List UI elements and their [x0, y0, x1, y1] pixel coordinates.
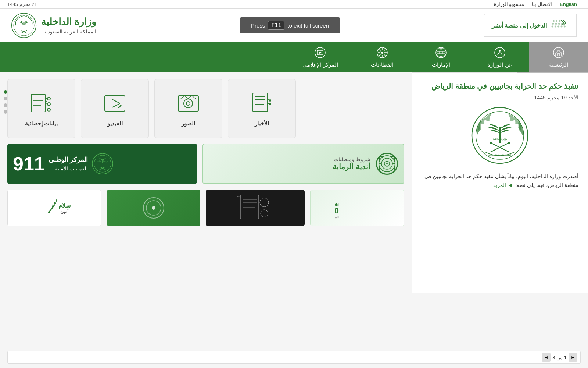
photos-tile-label: الصور — [182, 120, 195, 127]
nav-about-label: عن الوزارة — [487, 61, 512, 68]
svg-line-32 — [379, 54, 381, 56]
ministry-subtitle: المملكة العربية السعودية — [41, 28, 96, 35]
absher-label: الدخول إلى منصة أبشر — [492, 22, 547, 29]
f11-post: to exit full screen — [287, 22, 329, 29]
video-tile[interactable]: الفيديو — [81, 79, 149, 138]
svg-point-1 — [556, 20, 557, 22]
english-link[interactable]: English — [556, 1, 581, 7]
svg-point-17 — [553, 47, 564, 58]
slider-dots — [4, 90, 7, 114]
svg-rect-18 — [557, 54, 560, 56]
ops-subtitle: للعمليات الأمنية — [49, 165, 88, 173]
emirates-icon — [434, 46, 448, 59]
svg-point-11 — [564, 25, 566, 27]
news-panel: تنفيذ حكم حد الحرابة بجانبيين في منطقة ا… — [412, 72, 588, 293]
photos-tile-icon — [176, 90, 201, 116]
video-tile-icon — [102, 90, 128, 116]
svg-rect-41 — [490, 142, 492, 144]
svg-point-98 — [152, 206, 155, 210]
media-tiles-row: الأخبار الصور — [7, 79, 404, 138]
news-date: الأحد 19 محرم 1445 — [421, 95, 578, 100]
svg-point-57 — [184, 99, 193, 108]
nav-media-label: المركز الإعلامي — [302, 61, 338, 68]
svg-point-22 — [437, 48, 445, 57]
absher-icon — [551, 18, 569, 33]
shooting-line2: أندية الرمابة — [333, 162, 370, 171]
svg-point-9 — [557, 25, 559, 27]
svg-point-8 — [555, 25, 556, 27]
svg-point-80 — [94, 155, 111, 172]
nav-media[interactable]: المركز الإعلامي — [288, 42, 353, 72]
svg-point-7 — [552, 25, 553, 27]
svg-point-5 — [558, 23, 560, 25]
svg-point-99 — [48, 211, 50, 213]
svg-marker-35 — [319, 52, 322, 54]
svg-point-2 — [559, 20, 561, 22]
shooting-text: شروط ومتطلبات أندية الرمابة — [333, 156, 370, 171]
photos-tile[interactable]: الصور — [154, 79, 222, 138]
vision2030-icon: VISION 2030 المملكة العربية السعودية — [335, 193, 379, 223]
ops911-content: وزارة الداخلية المركز الوطني للعمليات ال… — [7, 149, 197, 178]
shooting-icon — [376, 153, 398, 175]
svg-point-79 — [92, 153, 113, 174]
f11-notice: Press F11 to exit full screen — [240, 17, 340, 33]
svg-point-21 — [436, 47, 446, 58]
nav-home[interactable]: الرئيسية — [529, 42, 588, 72]
shooting-content: شروط ومتطلبات أندية الرمابة — [209, 153, 398, 175]
svg-point-20 — [499, 50, 501, 52]
ministry-seal-logo — [11, 13, 37, 38]
top-bar: English الاتصال بنا منسوبو الوزارة 21 مح… — [0, 0, 588, 9]
svg-point-10 — [561, 25, 563, 27]
svg-point-4 — [555, 23, 557, 25]
svg-point-52 — [269, 103, 271, 105]
news-body: أصدرت وزارة الداخلية، اليوم، بياناً بشأن… — [421, 172, 578, 190]
banners-row: شروط ومتطلبات أندية الرمابة وزارة الداخل… — [7, 144, 404, 184]
dot-3[interactable] — [4, 103, 7, 107]
vision2030-banner[interactable]: VISION 2030 المملكة العربية السعودية — [310, 190, 404, 226]
green-gradient-banner[interactable] — [107, 190, 200, 226]
dot-2[interactable] — [4, 97, 7, 100]
svg-point-0 — [553, 20, 555, 22]
news-tile[interactable]: الأخبار — [228, 79, 296, 138]
svg-point-67 — [47, 108, 50, 111]
news-content: تنفيذ حكم حد الحرابة بجانبيين في منطقة ا… — [412, 73, 588, 197]
media-icon — [313, 46, 327, 59]
svg-text:وزارة الداخلية: وزارة الداخلية — [492, 138, 507, 141]
logo-area: وزارة الداخلية المملكة العربية السعودية — [11, 13, 96, 38]
svg-point-74 — [386, 163, 388, 164]
stats-tile-label: بيانات إحصائية — [25, 120, 58, 127]
stats-tile[interactable]: بيانات إحصائية — [7, 79, 75, 138]
contact-link[interactable]: الاتصال بنا — [528, 1, 556, 7]
nav-home-label: الرئيسية — [549, 61, 568, 68]
svg-point-58 — [186, 102, 190, 105]
shooting-banner[interactable]: شروط ومتطلبات أندية الرمابة — [202, 144, 405, 184]
dot-4[interactable] — [4, 110, 7, 114]
dot-1[interactable] — [4, 90, 7, 94]
salim-text: سلام أمين — [58, 202, 71, 214]
about-icon — [493, 46, 506, 59]
nav-emirates-label: الإمارات — [432, 61, 451, 68]
news-tile-icon — [249, 90, 275, 116]
absher-button[interactable]: الدخول إلى منصة أبشر — [484, 14, 577, 37]
svg-point-3 — [552, 23, 554, 25]
home-icon — [552, 46, 565, 59]
nav-about[interactable]: عن الوزارة — [470, 42, 529, 72]
logo-text: وزارة الداخلية المملكة العربية السعودية — [41, 16, 96, 35]
svg-rect-59 — [105, 96, 125, 111]
ministry-title: وزارة الداخلية — [41, 16, 96, 28]
ops-text: المركز الوطني للعمليات الأمنية — [49, 155, 88, 173]
ministry-link[interactable]: منسوبو الوزارة — [490, 1, 528, 7]
f11-pre: Press — [251, 22, 265, 29]
document-banner[interactable]: وثيقة الشروط — [206, 190, 305, 226]
svg-text:المملكة العربية السعودية: المملكة العربية السعودية — [488, 154, 511, 156]
nav-emirates[interactable]: الإمارات — [412, 42, 470, 72]
f11-key: F11 — [268, 21, 284, 30]
salim-amin-banner[interactable]: سلام أمين — [7, 190, 101, 226]
news-more-link[interactable]: ◄ المزيد — [493, 182, 513, 188]
stats-tile-icon — [29, 90, 54, 116]
svg-text:2030: 2030 — [335, 206, 339, 215]
nav-sectors[interactable]: القطاعات — [353, 42, 412, 72]
video-tile-label: الفيديو — [107, 120, 123, 127]
svg-point-65 — [47, 97, 50, 100]
ops911-banner[interactable]: وزارة الداخلية المركز الوطني للعمليات ال… — [7, 144, 197, 184]
